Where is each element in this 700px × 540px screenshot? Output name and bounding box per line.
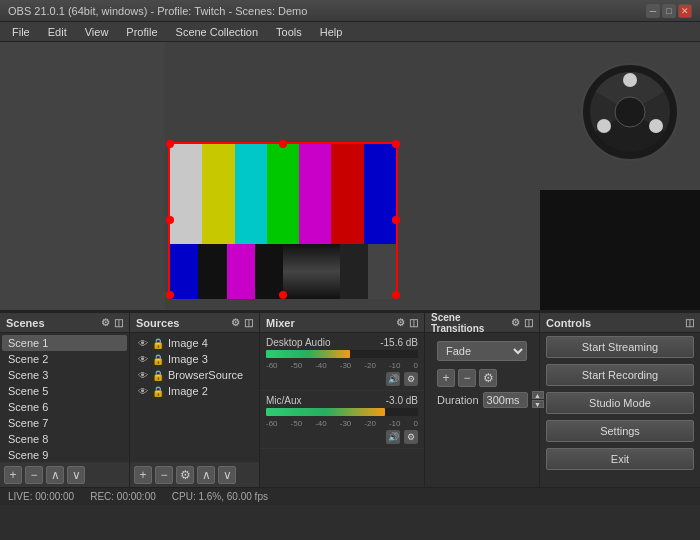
scene-item[interactable]: Scene 5: [2, 383, 127, 399]
source-item[interactable]: 👁 🔒 Image 2: [132, 383, 257, 399]
scenes-remove-button[interactable]: −: [25, 466, 43, 484]
duration-label: Duration: [437, 394, 479, 406]
desktop-audio-bar: [266, 350, 418, 358]
desktop-audio-mute-icon[interactable]: 🔊: [386, 372, 400, 386]
sources-panel: Sources ⚙ ◫ 👁 🔒 Image 4 👁 🔒 Image 3 👁 🔒 …: [130, 313, 260, 487]
menu-tools[interactable]: Tools: [268, 24, 310, 40]
desktop-audio-controls: 🔊 ⚙: [266, 372, 418, 386]
scenes-panel-footer: + − ∧ ∨: [0, 462, 129, 487]
scenes-settings-icon[interactable]: ⚙: [101, 317, 110, 328]
transition-remove-button[interactable]: −: [458, 369, 476, 387]
status-live: LIVE: 00:00:00: [8, 491, 74, 502]
transition-add-button[interactable]: +: [437, 369, 455, 387]
svg-point-1: [615, 97, 645, 127]
controls-panel-header: Controls ◫: [540, 313, 700, 333]
source-item[interactable]: 👁 🔒 Image 3: [132, 351, 257, 367]
sources-panel-footer: + − ⚙ ∧ ∨: [130, 462, 259, 487]
sources-settings-button[interactable]: ⚙: [176, 466, 194, 484]
scene-item[interactable]: Scene 9: [2, 447, 127, 462]
source-lock-icon[interactable]: 🔒: [152, 354, 164, 365]
mic-aux-mute-icon[interactable]: 🔊: [386, 430, 400, 444]
scenes-dock-icon[interactable]: ◫: [114, 317, 123, 328]
mixer-settings-icon[interactable]: ⚙: [396, 317, 405, 328]
sources-dock-icon[interactable]: ◫: [244, 317, 253, 328]
scene-item[interactable]: Scene 7: [2, 415, 127, 431]
menu-edit[interactable]: Edit: [40, 24, 75, 40]
mixer-panel-title: Mixer: [266, 317, 295, 329]
transitions-settings-icon[interactable]: ⚙: [511, 317, 520, 328]
mixer-panel-header: Mixer ⚙ ◫: [260, 313, 424, 333]
exit-button[interactable]: Exit: [546, 448, 694, 470]
sources-panel-header: Sources ⚙ ◫: [130, 313, 259, 333]
menu-help[interactable]: Help: [312, 24, 351, 40]
transition-type-select[interactable]: Fade Cut Swipe Slide: [437, 341, 527, 361]
transitions-dock-icon[interactable]: ◫: [524, 317, 533, 328]
maximize-button[interactable]: □: [662, 4, 676, 18]
menu-scene-collection[interactable]: Scene Collection: [168, 24, 267, 40]
mic-aux-scale: -60-50-40-30-20-100: [266, 419, 418, 428]
controls-dock-icon[interactable]: ◫: [685, 317, 694, 328]
scenes-add-button[interactable]: +: [4, 466, 22, 484]
close-button[interactable]: ✕: [678, 4, 692, 18]
studio-mode-button[interactable]: Studio Mode: [546, 392, 694, 414]
scenes-panel-title: Scenes: [6, 317, 45, 329]
settings-button[interactable]: Settings: [546, 420, 694, 442]
transition-config-button[interactable]: ⚙: [479, 369, 497, 387]
duration-input[interactable]: [483, 392, 528, 408]
sources-settings-icon[interactable]: ⚙: [231, 317, 240, 328]
controls-panel: Controls ◫ Start Streaming Start Recordi…: [540, 313, 700, 487]
scene-item[interactable]: Scene 3: [2, 367, 127, 383]
sources-panel-title: Sources: [136, 317, 179, 329]
start-recording-button[interactable]: Start Recording: [546, 364, 694, 386]
scenes-up-button[interactable]: ∧: [46, 466, 64, 484]
obs-logo: [580, 62, 680, 162]
preview-area: [0, 42, 700, 312]
menu-view[interactable]: View: [77, 24, 117, 40]
source-label: Image 3: [168, 353, 208, 365]
scenes-down-button[interactable]: ∨: [67, 466, 85, 484]
desktop-audio-db: -15.6 dB: [380, 337, 418, 348]
bottom-panel: Scenes ⚙ ◫ Scene 1 Scene 2 Scene 3 Scene…: [0, 312, 700, 487]
start-streaming-button[interactable]: Start Streaming: [546, 336, 694, 358]
source-item[interactable]: 👁 🔒 BrowserSource: [132, 367, 257, 383]
transitions-panel-header: Scene Transitions ⚙ ◫: [425, 313, 539, 333]
title-bar-controls: ─ □ ✕: [646, 4, 692, 18]
desktop-audio-label: Desktop Audio: [266, 337, 331, 348]
desktop-audio-scale: -60-50-40-30-20-100: [266, 361, 418, 370]
menu-profile[interactable]: Profile: [118, 24, 165, 40]
minimize-button[interactable]: ─: [646, 4, 660, 18]
source-label: Image 2: [168, 385, 208, 397]
source-visibility-icon[interactable]: 👁: [138, 370, 148, 381]
source-lock-icon[interactable]: 🔒: [152, 338, 164, 349]
status-rec: REC: 00:00:00: [90, 491, 156, 502]
scenes-list: Scene 1 Scene 2 Scene 3 Scene 5 Scene 6 …: [0, 333, 129, 462]
menu-file[interactable]: File: [4, 24, 38, 40]
source-item[interactable]: 👁 🔒 Image 4: [132, 335, 257, 351]
scene-item[interactable]: Scene 1: [2, 335, 127, 351]
source-visibility-icon[interactable]: 👁: [138, 354, 148, 365]
source-label: BrowserSource: [168, 369, 243, 381]
sources-down-button[interactable]: ∨: [218, 466, 236, 484]
sources-add-button[interactable]: +: [134, 466, 152, 484]
scenes-panel: Scenes ⚙ ◫ Scene 1 Scene 2 Scene 3 Scene…: [0, 313, 130, 487]
source-lock-icon[interactable]: 🔒: [152, 370, 164, 381]
desktop-audio-config-icon[interactable]: ⚙: [404, 372, 418, 386]
source-lock-icon[interactable]: 🔒: [152, 386, 164, 397]
status-bar: LIVE: 00:00:00 REC: 00:00:00 CPU: 1.6%, …: [0, 487, 700, 505]
scene-item[interactable]: Scene 6: [2, 399, 127, 415]
mic-aux-label: Mic/Aux: [266, 395, 302, 406]
source-visibility-icon[interactable]: 👁: [138, 338, 148, 349]
scene-item[interactable]: Scene 2: [2, 351, 127, 367]
scene-item[interactable]: Scene 8: [2, 431, 127, 447]
mic-aux-channel: Mic/Aux -3.0 dB -60-50-40-30-20-100 🔊 ⚙: [260, 391, 424, 449]
sources-list: 👁 🔒 Image 4 👁 🔒 Image 3 👁 🔒 BrowserSourc…: [130, 333, 259, 462]
title-bar-text: OBS 21.0.1 (64bit, windows) - Profile: T…: [8, 5, 646, 17]
scenes-panel-icons: ⚙ ◫: [101, 317, 123, 328]
source-visibility-icon[interactable]: 👁: [138, 386, 148, 397]
mic-aux-config-icon[interactable]: ⚙: [404, 430, 418, 444]
sources-remove-button[interactable]: −: [155, 466, 173, 484]
sources-up-button[interactable]: ∧: [197, 466, 215, 484]
menu-bar: File Edit View Profile Scene Collection …: [0, 22, 700, 42]
mixer-panel: Mixer ⚙ ◫ Desktop Audio -15.6 dB -60-50-…: [260, 313, 425, 487]
mixer-dock-icon[interactable]: ◫: [409, 317, 418, 328]
